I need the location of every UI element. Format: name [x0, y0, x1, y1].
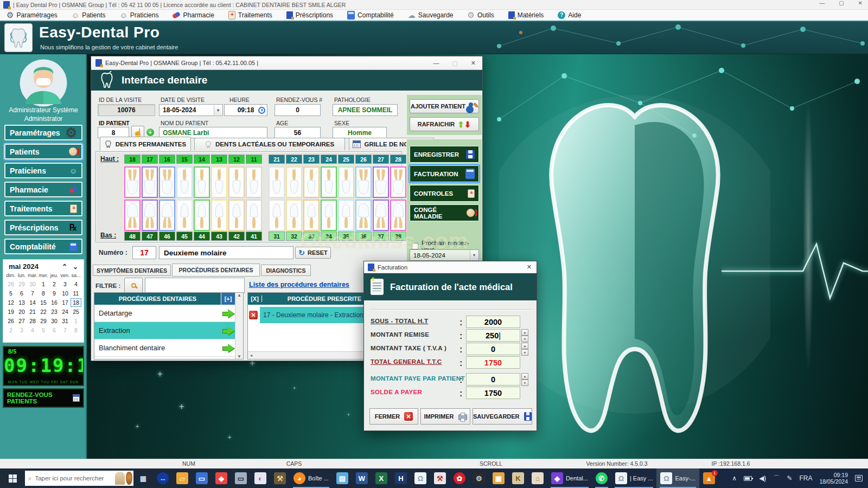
fact-row-value[interactable]: 1750 [466, 356, 520, 369]
tooth-number-35[interactable]: 35 [338, 232, 354, 241]
battery-icon[interactable] [744, 476, 752, 481]
taskbar-app-tooth-app[interactable]: Ω [411, 468, 430, 488]
calendar-day[interactable]: 8 [38, 289, 49, 298]
speaker-icon[interactable]: ◀) [759, 474, 766, 482]
enregistrer-button[interactable]: ENREGISTRER [410, 146, 479, 163]
calendar-day[interactable]: 28 [27, 317, 38, 325]
sidebar-item-pharmacie[interactable]: Pharmacie [4, 182, 82, 197]
numero-field[interactable]: 17 [132, 246, 156, 259]
tooth-number-48[interactable]: 48 [124, 232, 141, 241]
tooth-cell[interactable] [303, 200, 320, 231]
tooth-number-31[interactable]: 31 [269, 232, 285, 241]
tooth-number-43[interactable]: 43 [211, 232, 227, 241]
fact-row-value[interactable]: 250| [466, 329, 520, 342]
calendar-day[interactable]: 7 [60, 326, 71, 335]
menu-item-traitements[interactable]: Traitements [228, 11, 272, 20]
tooth-cell[interactable] [124, 200, 141, 231]
menu-item-comptabilite[interactable]: Comptabilité [347, 11, 394, 20]
taskbar-app-computer[interactable]: ▭ [231, 468, 251, 488]
calendar-day[interactable]: 1 [71, 317, 81, 325]
calendar-day[interactable]: 25 [71, 307, 81, 316]
taskbar-app-explorer[interactable]: ▱ [173, 468, 192, 488]
taskbar-app-excel[interactable]: X [372, 468, 391, 488]
tooth-number-11[interactable]: 11 [246, 155, 262, 164]
tooth-cell[interactable] [355, 200, 372, 231]
pathologie-field[interactable]: APNEE SOMMEIL [333, 104, 398, 116]
calendar-day[interactable]: 24 [60, 307, 71, 316]
taskbar-app-easy-dental-2[interactable]: ΩEasy-... [656, 468, 699, 488]
calendar-day[interactable]: 3 [16, 326, 27, 335]
calendar-day-selected[interactable]: 18 [71, 298, 81, 307]
fact-row-value[interactable]: 2000 [466, 316, 520, 328]
menu-item-prescriptions[interactable]: Préscriptions [286, 11, 333, 19]
calendar-day[interactable]: 30 [49, 317, 60, 325]
tooth-number-18[interactable]: 18 [124, 155, 141, 164]
taskbar-app-h-app[interactable]: H [391, 468, 411, 488]
spinner-control[interactable]: ▲▼ [521, 329, 528, 342]
tooth-cell[interactable] [286, 166, 302, 198]
add-icon[interactable] [146, 129, 154, 136]
ajouter-patient-button[interactable]: AJOUTER PATIENT [410, 99, 479, 113]
rdv-field[interactable]: 0 [275, 104, 321, 116]
add-procedure-button[interactable]: [+] [221, 293, 235, 305]
calendar-day[interactable]: 6 [49, 326, 60, 335]
taskbar-app-teamviewer[interactable]: ↔ [153, 468, 173, 488]
taskbar-app-task-view[interactable]: ▦ [133, 468, 153, 488]
tooth-cell[interactable] [159, 200, 175, 231]
menu-item-pharmacie[interactable]: Pharmacie [173, 11, 214, 19]
calendar-day[interactable]: 20 [16, 307, 27, 316]
calendar-prev-icon[interactable]: ⌃ [62, 263, 67, 271]
tray-chevron-icon[interactable]: ∧ [732, 474, 737, 482]
calendar-day[interactable]: 22 [38, 307, 49, 316]
tooth-number-32[interactable]: 32 [286, 232, 302, 241]
tooth-number-27[interactable]: 27 [373, 155, 389, 164]
fact-row-value[interactable]: 1750 [466, 387, 520, 399]
menu-item-outils[interactable]: Outils [468, 10, 494, 20]
taskbar-app-anydesk[interactable]: ◆ [212, 468, 231, 488]
reset-button[interactable]: RESET [295, 247, 331, 259]
calendar-day[interactable]: 27 [16, 317, 27, 325]
calendar-day[interactable]: 1 [38, 280, 49, 288]
calendar-day[interactable]: 2 [5, 326, 16, 335]
tooth-number-47[interactable]: 47 [142, 232, 158, 241]
calendar-day[interactable]: 2 [49, 280, 60, 288]
calendar-day[interactable]: 23 [49, 307, 60, 316]
window-titlebar[interactable]: Easy-Dental Pro | OSMANE Group | Tél : 0… [91, 56, 482, 70]
scroll-left-icon[interactable]: ◂ [248, 353, 252, 358]
calendar-day[interactable]: 5 [5, 289, 16, 298]
tooth-cell[interactable] [390, 166, 406, 198]
taskbar-app-keys[interactable]: K [508, 468, 528, 488]
calendar-day[interactable]: 31 [60, 317, 71, 325]
taskbar-app-security[interactable]: ▲1 [699, 468, 719, 488]
notification-center-icon[interactable] [855, 475, 863, 481]
tooth-number-25[interactable]: 25 [338, 155, 354, 164]
tooth-cell[interactable] [321, 200, 337, 231]
calendar-day[interactable]: 26 [5, 317, 16, 325]
next-rdv-date-field[interactable]: 18-05-2024 ▾ [410, 249, 479, 261]
taskbar-app-word[interactable]: W [352, 468, 372, 488]
tooth-cell[interactable] [373, 200, 389, 231]
rendez-vous-patients-button[interactable]: RENDEZ-VOUS PATIENTS [3, 388, 84, 408]
tooth-cell[interactable] [338, 166, 354, 198]
visit-date-field[interactable]: 18-05-2024 ▾ [159, 104, 223, 116]
filter-input[interactable] [145, 278, 245, 293]
calendar-day[interactable]: 12 [5, 298, 16, 307]
sidebar-item-patients[interactable]: Patients [4, 144, 82, 159]
menu-item-patients[interactable]: Patients [72, 11, 106, 20]
tooth-number-28[interactable]: 28 [390, 155, 406, 164]
tooth-cell[interactable] [142, 166, 158, 198]
cong-maladie-button[interactable]: CONGÉ MALADIE [410, 204, 479, 221]
tooth-cell[interactable] [142, 200, 158, 231]
tooth-number-45[interactable]: 45 [176, 232, 193, 241]
delete-icon[interactable] [249, 311, 258, 319]
tooth-number-16[interactable]: 16 [159, 155, 175, 164]
procedure-row[interactable]: Blanchiment dentaire [94, 339, 235, 357]
tooth-cell[interactable] [355, 166, 372, 198]
procedures-list-link[interactable]: Liste des procédures dentaires [249, 281, 349, 288]
tooth-number-21[interactable]: 21 [269, 155, 285, 164]
fact-row-value[interactable]: 0 [466, 373, 520, 386]
tooth-number-26[interactable]: 26 [355, 155, 372, 164]
sidebar-item-parametrages[interactable]: Paramétrages [4, 125, 82, 140]
wifi-icon[interactable]: ⌒ [773, 474, 780, 483]
procedures-scrollbar[interactable]: ▲▼ [235, 293, 243, 359]
